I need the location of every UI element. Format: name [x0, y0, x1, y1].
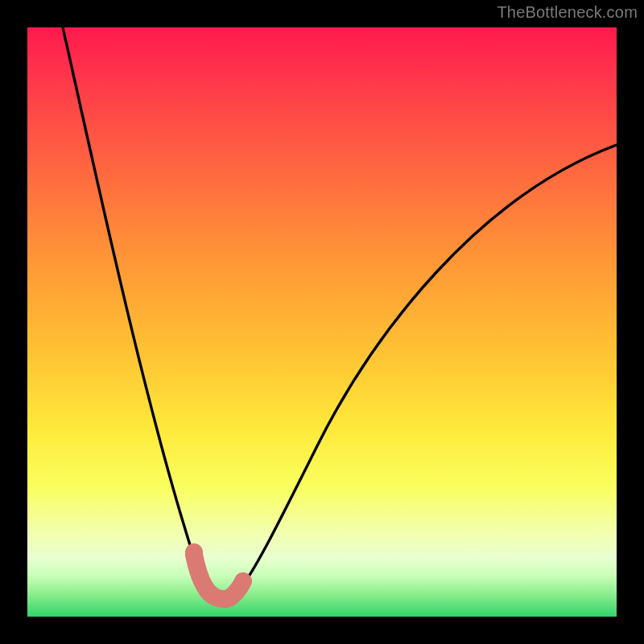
bottleneck-curve-path — [63, 27, 617, 599]
svg-point-0 — [185, 543, 203, 561]
svg-point-1 — [234, 572, 252, 590]
bottleneck-curve-svg — [27, 27, 617, 617]
chart-plot-area — [27, 27, 617, 617]
watermark-text: TheBottleneck.com — [497, 3, 638, 22]
optimal-range-highlight — [194, 555, 242, 599]
